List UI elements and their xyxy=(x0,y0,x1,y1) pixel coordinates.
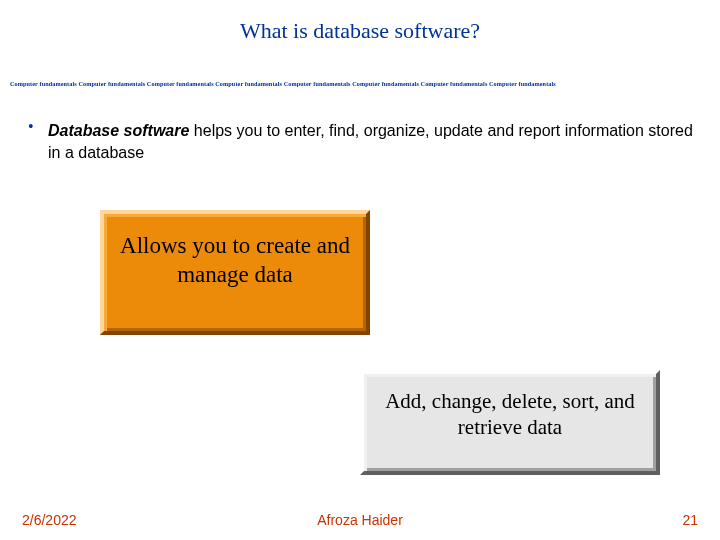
bullet-text: Database software helps you to enter, fi… xyxy=(48,120,698,163)
bullet-item: • Database software helps you to enter, … xyxy=(28,120,698,163)
body-content: • Database software helps you to enter, … xyxy=(28,120,698,163)
bullet-lead: Database software xyxy=(48,122,189,139)
slide: What is database software? Computer fund… xyxy=(0,0,720,540)
callout-orange: Allows you to create and manage data xyxy=(100,210,370,335)
bullet-glyph: • xyxy=(28,118,48,136)
callout-gray: Add, change, delete, sort, and retrieve … xyxy=(360,370,660,475)
divider-text: Computer fundamentals Computer fundament… xyxy=(10,80,710,87)
slide-title: What is database software? xyxy=(0,18,720,44)
footer-author: Afroza Haider xyxy=(0,512,720,528)
footer-page-number: 21 xyxy=(682,512,698,528)
